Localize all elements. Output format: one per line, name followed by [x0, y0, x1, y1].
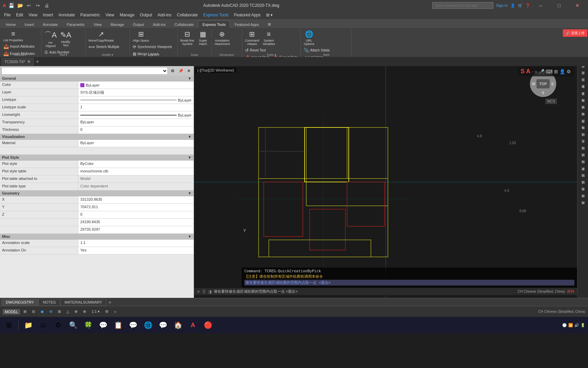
sidebar-item-place[interactable]: 放置 — [578, 95, 588, 101]
input-icon-person[interactable]: 👤 — [559, 69, 565, 74]
help-icon[interactable]: ❓ — [525, 3, 530, 8]
sidebar-item-zone5[interactable]: 区域 — [578, 177, 588, 183]
prop-material-value[interactable]: ByLayer — [78, 140, 194, 147]
btn-url-options[interactable]: 🌐 URLOptions — [302, 29, 316, 46]
menu-parametric[interactable]: Parametric — [78, 11, 103, 19]
btn-super-hatch[interactable]: ▦ SuperHatch — [196, 29, 210, 46]
sidebar-item-floor1[interactable]: 地板 — [578, 102, 588, 108]
btn-stretch-multiple[interactable]: ⟺ Stretch Multiple — [87, 44, 121, 50]
tab-addins[interactable]: Add-ins — [149, 20, 170, 28]
taskbar-browser[interactable]: 🌐 — [142, 319, 154, 331]
model-tab[interactable]: MODEL — [3, 309, 20, 315]
btn-import-attributes[interactable]: 📥 Import Attributes — [2, 43, 36, 50]
qa-undo[interactable]: ↩ — [25, 2, 33, 9]
menu-view[interactable]: View — [26, 11, 40, 19]
taskbar-explorer[interactable]: 📁 — [22, 319, 34, 331]
taskbar-app-red[interactable]: 🔴 — [202, 319, 214, 331]
plot-section-header[interactable]: Plot Style ▼ — [0, 155, 194, 160]
tab-view[interactable]: View — [89, 20, 106, 28]
sidebar-item-door1[interactable]: 门窗 — [578, 67, 588, 74]
account-icon[interactable]: 👤 — [510, 3, 515, 8]
prop-y-value[interactable]: 70472.911 — [78, 204, 194, 211]
status-snap-btn[interactable]: ⊟ — [30, 309, 37, 315]
prop-z-value[interactable]: 0 — [78, 211, 194, 218]
search-input[interactable] — [432, 2, 493, 9]
prop-lw-value[interactable]: ByLayer — [78, 111, 194, 119]
tab-express[interactable]: Express Tools — [198, 20, 230, 28]
input-icon-settings[interactable]: ⚙ — [567, 69, 571, 74]
panel-settings-icon[interactable]: ⚙ — [169, 67, 176, 74]
viz-section-header[interactable]: Visualization ▼ — [0, 134, 194, 140]
input-icon-mic[interactable]: 🎤 — [539, 69, 544, 74]
geo-section-header[interactable]: Geometry ▼ — [0, 190, 194, 196]
sidebar-item-same[interactable]: 同类 — [578, 122, 588, 128]
sidebar-item-tile2[interactable]: 铺装 — [578, 115, 588, 121]
maximize-btn[interactable]: □ — [551, 0, 567, 11]
btn-attach-xdata[interactable]: 📎 Attach Xdata — [302, 47, 331, 53]
sidebar-item-zone2[interactable]: 区域 — [578, 149, 588, 155]
sidebar-item-tile1[interactable]: 铺装 — [578, 108, 588, 114]
sign-in-btn[interactable]: Sign In — [496, 3, 508, 7]
prop-linetype-value[interactable]: ByLayer — [78, 96, 194, 104]
taskbar-docs[interactable]: 📋 — [112, 319, 124, 331]
cart-icon[interactable]: 🛒 — [518, 3, 523, 8]
cmd-input-icon2[interactable]: ☰ — [202, 289, 206, 294]
bottom-tab-dwg[interactable]: DWGREGISTRY — [1, 299, 38, 306]
menu-featured[interactable]: Featured Apps — [231, 11, 263, 19]
btn-arc-aligned[interactable]: ⌒A ArcAligned — [43, 29, 58, 48]
prop-thick-value[interactable]: 0 — [78, 126, 194, 134]
status-settings-btn[interactable]: ⚙ — [103, 309, 111, 315]
qa-open[interactable]: 📂 — [16, 2, 24, 9]
menu-view2[interactable]: View — [103, 11, 117, 19]
taskbar-app2[interactable]: 🍀 — [82, 319, 94, 331]
input-icon-circle[interactable]: ○ — [535, 69, 537, 74]
tab-annotate[interactable]: Annotate — [38, 20, 62, 28]
menu-output[interactable]: Output — [137, 11, 155, 19]
btn-system-variables[interactable]: ≡ SystemVariables — [261, 30, 277, 46]
sidebar-item-zone1[interactable]: 区域 — [578, 136, 588, 142]
qa-redo[interactable]: ↪ — [34, 2, 42, 9]
tab-featured[interactable]: Featured Apps — [230, 20, 263, 28]
doc-tab-close[interactable]: ✕ — [27, 59, 31, 64]
qa-save[interactable]: 💾 — [7, 2, 15, 9]
prop-ao-value[interactable]: Yes — [78, 247, 194, 254]
sidebar-item-door3[interactable]: 门窗 — [578, 81, 588, 87]
taskbar-app1[interactable]: ⚙ — [52, 319, 64, 331]
bottom-tab-notes[interactable]: NOTES — [38, 299, 60, 306]
panel-close-icon[interactable]: ✕ — [185, 67, 192, 74]
prop-as-value[interactable]: 1:1 — [78, 240, 194, 247]
menu-annotate[interactable]: Annotate — [56, 11, 78, 19]
status-isnap-btn[interactable]: ⊕ — [47, 309, 54, 315]
cmd-input-x-btn[interactable]: ✕ — [197, 289, 200, 294]
taskbar-qq[interactable]: 💬 — [157, 319, 169, 331]
prop-dim1-value[interactable]: 24190.8435 — [78, 219, 194, 226]
prop-layer-value[interactable]: SYS-区域分隔 — [78, 89, 194, 96]
close-btn[interactable]: ✕ — [570, 0, 585, 11]
btn-annotation-attachment[interactable]: ⊕ AnnotationAttachment — [213, 29, 231, 46]
btn-reset-text[interactable]: ↺ Reset Text — [244, 47, 267, 53]
prop-lt-scale-value[interactable]: 1 — [78, 104, 194, 111]
menu-insert[interactable]: Insert — [40, 11, 56, 19]
input-icon-grid[interactable]: ⊞ — [554, 69, 558, 74]
taskbar-autocad[interactable]: A — [187, 319, 199, 331]
sidebar-item-window[interactable]: 窗室 — [578, 88, 588, 94]
prop-trans-value[interactable]: ByLayer — [78, 119, 194, 126]
sidebar-item-area[interactable]: 面积 — [578, 170, 588, 176]
qa-print[interactable]: 🖨 — [43, 2, 50, 9]
sidebar-item-door2[interactable]: 门窗 — [578, 74, 588, 80]
taskbar-search[interactable]: 🔍 — [67, 319, 79, 331]
prop-color-value[interactable]: ByLayer — [78, 81, 194, 89]
sidebar-item-point[interactable]: 点生 — [578, 142, 588, 149]
sidebar-item-inner1[interactable]: 内墙 — [578, 197, 588, 203]
sidebar-item-zone4[interactable]: 区域 — [578, 163, 588, 169]
taskbar-wechat[interactable]: 💬 — [127, 319, 139, 331]
btn-move-copy-rotate[interactable]: ↗ Move/Copy/Rotate — [87, 29, 115, 43]
misc-section-header[interactable]: Misc ▼ — [0, 234, 194, 240]
cmd-input-icon3[interactable]: ◨ — [208, 289, 212, 294]
status-scale-btn[interactable]: 1:1 ▾ — [89, 309, 102, 315]
menu-express[interactable]: Express Tools — [200, 11, 231, 19]
prop-ps-value[interactable]: ByColor — [78, 160, 194, 168]
menu-manage[interactable]: Manage — [117, 11, 137, 19]
btn-command-aliases[interactable]: ⊞ CommandAliases — [244, 29, 261, 46]
tab-output[interactable]: Output — [129, 20, 149, 28]
